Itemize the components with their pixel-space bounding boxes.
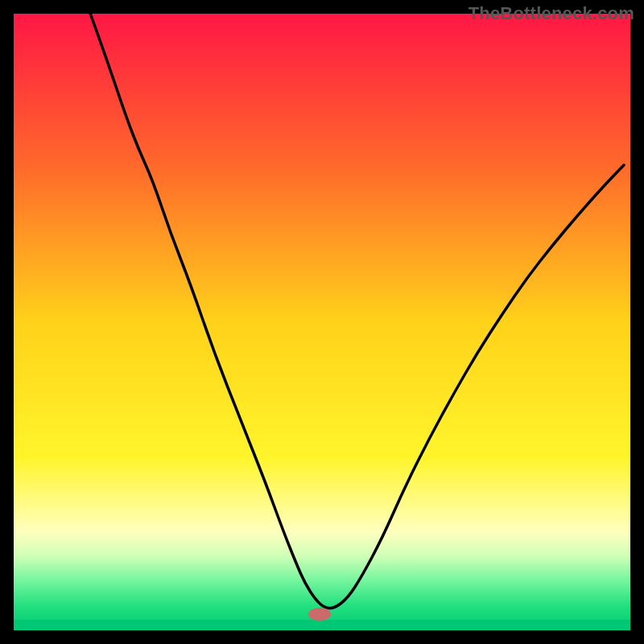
chart-baseline	[14, 620, 630, 630]
chart-svg	[0, 0, 644, 644]
chart-background	[14, 14, 630, 630]
watermark-text: TheBottleneck.com	[469, 3, 634, 24]
chart-canvas: TheBottleneck.com	[0, 0, 644, 644]
chart-marker	[308, 608, 331, 621]
